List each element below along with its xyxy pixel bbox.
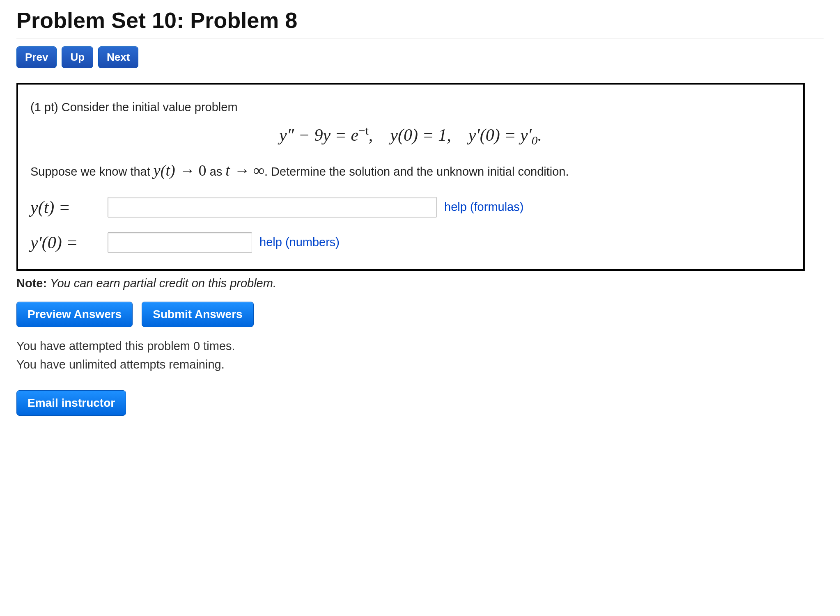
next-button[interactable]: Next (98, 46, 138, 68)
intro-text: Consider the initial value problem (62, 101, 238, 114)
cond-mid: as (207, 165, 226, 178)
email-instructor-button[interactable]: Email instructor (16, 390, 126, 416)
attempts-status: You have attempted this problem 0 times. (16, 337, 824, 355)
cond-pre: Suppose we know that (30, 165, 154, 178)
divider (16, 39, 824, 39)
cond-post: . Determine the solution and the unknown… (264, 165, 569, 178)
nav-buttons: Prev Up Next (16, 46, 824, 68)
condition-text: Suppose we know that y(t) → 0 as t → ∞. … (30, 159, 791, 182)
submit-answers-button[interactable]: Submit Answers (142, 302, 253, 327)
note-bold: Note: (16, 277, 47, 290)
preview-answers-button[interactable]: Preview Answers (16, 302, 133, 327)
yt-label: y(t) = (30, 197, 100, 217)
prev-button[interactable]: Prev (16, 46, 57, 68)
field-yprime: y′(0) = help (numbers) (30, 232, 791, 253)
note-text: You can earn partial credit on this prob… (47, 277, 276, 290)
cond-math-1: y(t) → 0 (154, 162, 207, 179)
remaining-status: You have unlimited attempts remaining. (16, 355, 824, 374)
action-buttons: Preview Answers Submit Answers (16, 302, 824, 327)
problem-intro: (1 pt) Consider the initial value proble… (30, 98, 791, 117)
email-row: Email instructor (16, 390, 824, 416)
page-title: Problem Set 10: Problem 8 (16, 7, 824, 33)
field-yt: y(t) = help (formulas) (30, 197, 791, 218)
points-label: (1 pt) (30, 101, 62, 114)
cond-math-2: t → ∞ (225, 162, 264, 179)
yprime-input[interactable] (108, 232, 252, 253)
yprime-label: y′(0) = (30, 233, 100, 252)
up-button[interactable]: Up (62, 46, 93, 68)
problem-box: (1 pt) Consider the initial value proble… (16, 83, 805, 271)
help-numbers-link[interactable]: help (numbers) (259, 236, 340, 249)
yt-input[interactable] (108, 197, 437, 218)
note: Note: You can earn partial credit on thi… (16, 277, 824, 290)
equation: y″ − 9y = e−t,y(0) = 1,y′(0) = y′0. (30, 117, 791, 159)
help-formulas-link[interactable]: help (formulas) (444, 200, 523, 214)
